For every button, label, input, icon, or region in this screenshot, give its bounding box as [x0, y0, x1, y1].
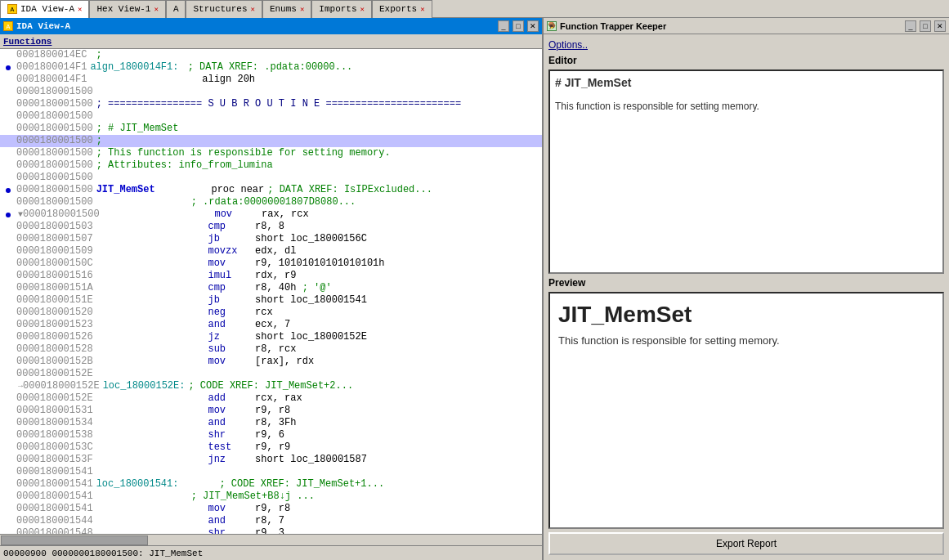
code-line: 0000180001500 ; ================ S U B R…: [0, 98, 542, 110]
tab-exports-label: Exports: [379, 4, 417, 14]
code-content: 0001800014EC ; 0001800014F1 algn_1800014…: [0, 49, 542, 534]
addr: 000018000153C: [16, 441, 93, 454]
tab-hex-view-1[interactable]: Hex View-1 ✕: [89, 0, 165, 18]
tab-enums-close[interactable]: ✕: [300, 5, 304, 14]
left-panel-minimize-btn[interactable]: _: [498, 20, 509, 32]
addr: 0000180001531: [16, 405, 93, 417]
code-line: 0000180001548 shr r9, 3: [0, 527, 542, 534]
code-area[interactable]: 0001800014EC ; 0001800014F1 algn_1800014…: [0, 49, 542, 534]
addr: 0000180001500: [16, 110, 93, 123]
tab-hex-view-1-close[interactable]: ✕: [154, 5, 158, 14]
line-content: sub r8, rcx: [96, 343, 297, 356]
left-panel-title: IDA View-A: [16, 21, 495, 31]
left-panel-restore-btn[interactable]: □: [513, 20, 524, 32]
right-panel-titlebar: 🪤 Function Trapper Keeper _ □ ✕: [544, 18, 949, 34]
addr: 0000180001500: [23, 208, 100, 221]
addr: 0001800014EC: [16, 49, 87, 61]
line-content: add rcx, rax: [96, 392, 302, 405]
status-text: 00000900 0000000180001500: JIT_MemSet: [3, 549, 203, 558]
tab-exports-close[interactable]: ✕: [420, 5, 424, 14]
code-line: 000018000152B mov [rax], rdx: [0, 356, 542, 368]
code-line: 0000180001500 ; Attributes: info_from_lu…: [0, 159, 542, 172]
left-panel-titlebar: A IDA View-A _ □ ✕: [0, 18, 542, 34]
code-line: 0000180001531 mov r9, r8: [0, 405, 542, 417]
tab-structures[interactable]: Structures ✕: [186, 0, 262, 18]
breakpoint-dot: [6, 65, 11, 70]
code-line: 0000180001500 ; .rdata:00000001807D8080.…: [0, 196, 542, 208]
code-line: 0000180001500 ; This function is respons…: [0, 147, 542, 159]
dot-area: [0, 213, 16, 217]
code-line: 0001800014F1 algn_1800014F1: ; DATA XREF…: [0, 61, 542, 74]
code-line: 0000180001516 imul rdx, r9: [0, 270, 542, 282]
addr: 0000180001500: [16, 123, 93, 135]
line-content: mov r9, r8: [96, 405, 291, 417]
tab-exports[interactable]: Exports ✕: [372, 0, 432, 18]
functions-label[interactable]: Functions: [3, 37, 51, 47]
horiz-scrollbar-thumb[interactable]: [1, 535, 148, 545]
line-comment: ; CODE XREF: JIT_MemSet+1...: [219, 478, 384, 491]
export-report-label: Export Report: [716, 538, 777, 549]
addr: 0000180001503: [16, 221, 93, 233]
tab-imports-label: Imports: [319, 4, 356, 14]
code-line: ▼ 0000180001500 mov rax, rcx: [0, 208, 542, 221]
line-content: imul rdx, r9: [96, 270, 297, 282]
left-panel: A IDA View-A _ □ ✕ Functions 0001800014E…: [0, 18, 544, 560]
line-content: shr r9, 3: [96, 527, 284, 534]
options-link[interactable]: Options..: [548, 39, 944, 52]
addr: 0000180001509: [16, 245, 93, 258]
tab-imports-close[interactable]: ✕: [360, 5, 365, 14]
line-content: jnz short loc_180001587: [96, 454, 367, 466]
preview-box: JIT_MemSet This function is responsible …: [548, 292, 944, 529]
code-line: 0001800014F1 align 20h: [0, 74, 542, 86]
line-content: loc_180001541:: [96, 478, 179, 491]
code-line: 0000180001500: [0, 86, 542, 98]
addr: 000018000150C: [16, 258, 93, 270]
tab-enums-label: Enums: [270, 4, 297, 14]
code-line: 0000180001541 loc_180001541: ; CODE XREF…: [0, 478, 542, 491]
addr: 0000180001500: [16, 196, 93, 208]
tab-structures-close[interactable]: ✕: [251, 5, 255, 14]
addr: 000018000152E: [16, 392, 93, 405]
right-panel-restore-btn[interactable]: □: [920, 20, 931, 32]
right-panel-close-btn[interactable]: ✕: [934, 20, 946, 32]
line-content: jb short loc_18000156C: [96, 233, 367, 245]
line-content: mov [rax], rdx: [96, 356, 314, 368]
line-content: ;: [96, 135, 102, 147]
line-content: mov rax, rcx: [103, 208, 309, 221]
code-line: 0000180001538 shr r9, 6: [0, 429, 542, 441]
code-line: 0000180001541: [0, 466, 542, 478]
tab-enums[interactable]: Enums ✕: [262, 0, 311, 18]
options-label[interactable]: Options..: [548, 39, 588, 51]
right-panel-minimize-btn[interactable]: _: [905, 20, 916, 32]
line-comment: ; .rdata:00000001807D8080...: [191, 196, 356, 208]
horiz-scrollbar[interactable]: [0, 534, 542, 545]
tab-ida-view-a-close[interactable]: ✕: [78, 5, 82, 14]
line-content: ; ================ S U B R O U T I N E =…: [96, 98, 461, 110]
addr: 000018000153F: [16, 454, 93, 466]
status-bar: 00000900 0000000180001500: JIT_MemSet: [0, 545, 542, 560]
line-content: JIT_MemSet: [96, 184, 155, 196]
dot-area: [0, 65, 16, 70]
addr: 0000180001541: [16, 503, 93, 515]
line-content: and r8, 7: [96, 515, 284, 527]
addr: 000018000152E: [16, 368, 93, 380]
code-scroll[interactable]: 0001800014EC ; 0001800014F1 algn_1800014…: [0, 49, 542, 534]
addr: 0000180001523: [16, 319, 93, 331]
left-panel-close-btn[interactable]: ✕: [527, 20, 539, 32]
editor-box[interactable]: # JIT_MemSet This function is responsibl…: [548, 69, 944, 274]
line-content: jz short loc_18000152E: [96, 331, 367, 343]
preview-title: JIT_MemSet: [558, 302, 934, 328]
line-content: test r9, r9: [96, 441, 291, 454]
tab-imports[interactable]: Imports ✕: [311, 0, 372, 18]
addr: 0000180001528: [16, 343, 93, 356]
addr: 0000180001520: [16, 307, 93, 319]
addr: 0000180001507: [16, 233, 93, 245]
left-panel-toolbar: Functions: [0, 34, 542, 49]
export-report-button[interactable]: Export Report: [548, 532, 944, 555]
tab-a[interactable]: A: [166, 0, 186, 18]
line-content: jb short loc_180001541: [96, 294, 367, 307]
tab-ida-view-a[interactable]: A IDA View-A ✕: [0, 0, 89, 18]
code-line: 0000180001509 movzx edx, dl: [0, 245, 542, 258]
code-line: 0000180001544 and r8, 7: [0, 515, 542, 527]
line-comment: ; DATA XREF: .pdata:00000...: [181, 61, 352, 74]
